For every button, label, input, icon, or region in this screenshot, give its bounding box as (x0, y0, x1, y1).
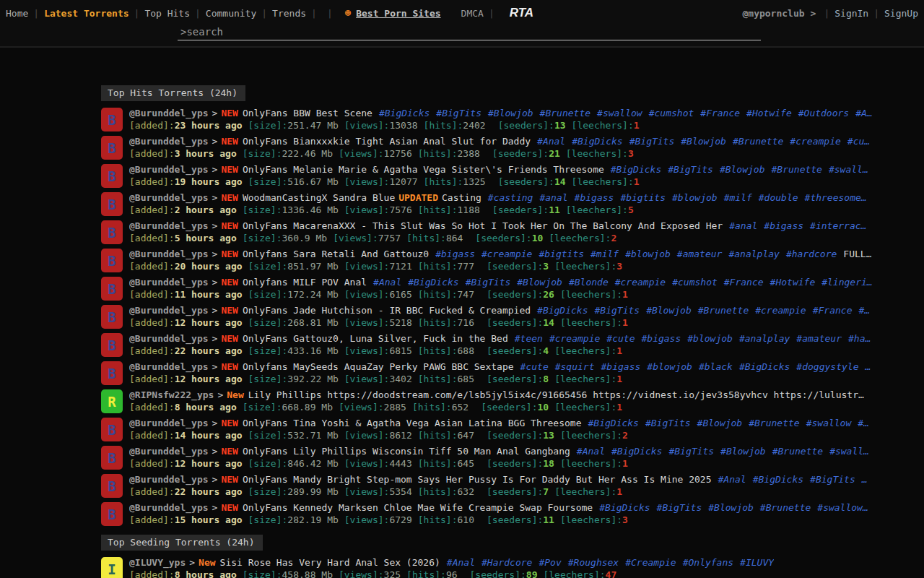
uploader-name[interactable]: @Burunddel_yps (129, 502, 209, 513)
tag-link[interactable]: #Anal (373, 277, 401, 288)
torrent-title[interactable]: OnlyFans MacarenaXXX - This Slut Was So … (243, 220, 723, 231)
uploader-avatar[interactable]: I (101, 557, 123, 578)
tag-link[interactable]: #creampie (549, 333, 600, 344)
torrent-title[interactable]: Lily Phillips https://doodstream.com/e/l… (248, 389, 864, 400)
tag-link[interactable]: #Blowjob (681, 136, 726, 147)
tag-link[interactable]: #amateur (677, 249, 723, 259)
tag-link[interactable]: #swall… (829, 446, 869, 457)
tag-link[interactable]: #squirt (555, 361, 595, 372)
tag-link[interactable]: #Roughsex (568, 557, 619, 568)
tag-link[interactable]: #blowjob (687, 333, 733, 344)
tag-link[interactable]: #BigTits (668, 446, 714, 457)
tag-link[interactable]: #BigDicks (588, 418, 639, 428)
tag-link[interactable]: #swallow (806, 418, 852, 428)
tag-link[interactable]: #interrac… (810, 220, 866, 231)
torrent-title[interactable]: WoodmanCastingX Sandra Blue (243, 192, 395, 203)
signup-link[interactable]: SignUp (884, 8, 918, 19)
tag-link[interactable]: #Creampie (625, 557, 676, 568)
tag-link[interactable]: #creampie (481, 249, 532, 259)
tag-link[interactable]: #creampie (615, 277, 666, 288)
tag-link[interactable]: #analplay (739, 333, 790, 344)
tag-link[interactable]: #Blowjob (720, 446, 766, 457)
tag-link[interactable]: #France (813, 305, 853, 316)
tag-link[interactable]: #… (858, 418, 869, 428)
tag-link[interactable]: #Blowjob (488, 108, 533, 118)
uploader-name[interactable]: @Burunddel_yps (129, 220, 209, 231)
tag-link[interactable]: #Hotwife (746, 108, 792, 118)
uploader-avatar[interactable]: B (101, 249, 123, 272)
uploader-name[interactable]: @Burunddel_yps (129, 249, 209, 259)
tag-link[interactable]: #Pov (539, 557, 561, 568)
torrent-title[interactable]: OnlyFans BBW Best Scene (243, 108, 372, 118)
uploader-name[interactable]: @ILUVY_yps (129, 557, 186, 568)
tag-link[interactable]: #Blowjob (697, 418, 743, 428)
torrent-title[interactable]: OnlyFans Kennedy Marksen Chloe Mae Wife … (243, 502, 593, 513)
tag-link[interactable]: #creampie (790, 136, 840, 147)
uploader-avatar[interactable]: B (101, 333, 123, 357)
tag-link[interactable]: #Blowjob (708, 502, 754, 513)
torrent-title[interactable]: OnlyFans Tina Yoshi & Agatha Vega Asian … (243, 418, 582, 428)
tag-link[interactable]: #Brunette (760, 502, 811, 513)
tag-link[interactable]: #blowjob (625, 249, 671, 259)
tag-link[interactable]: #hardcore (786, 249, 837, 259)
tag-link[interactable]: #Hotwife (770, 277, 816, 288)
tag-link[interactable]: #analplay (728, 249, 779, 259)
tag-link[interactable]: #Anal (447, 557, 475, 568)
tag-link[interactable]: #BigTits (645, 418, 691, 428)
tag-link[interactable]: #cumshot (672, 277, 718, 288)
uploader-avatar[interactable]: B (101, 361, 123, 385)
uploader-name[interactable]: @Burunddel_yps (129, 446, 209, 457)
tag-link[interactable]: #BigDicks (599, 502, 650, 513)
tag-link[interactable]: #casting (488, 192, 533, 203)
uploader-avatar[interactable]: B (101, 474, 123, 498)
tag-link[interactable]: #double (759, 192, 798, 203)
tag-link[interactable]: #Blowjob (720, 164, 765, 175)
tag-link[interactable]: #cumshot (649, 108, 694, 118)
tag-link[interactable]: #Brunette (749, 418, 799, 428)
uploader-avatar[interactable]: B (101, 502, 123, 526)
torrent-title[interactable]: OnlyFans Gattouz0, Luna Silver, Fuck in … (243, 333, 508, 344)
tag-link[interactable]: #… (858, 305, 870, 316)
tag-link[interactable]: #Hardcore (481, 557, 532, 568)
tag-link[interactable]: #bigtits (620, 192, 666, 203)
tag-link[interactable]: #Brunette (540, 108, 590, 118)
tag-link[interactable]: #BigTits (466, 277, 511, 288)
tag-link[interactable]: #bigass (435, 249, 475, 259)
torrent-title[interactable]: OnlyFans Melanie Marie & Agatha Vega Sis… (243, 164, 604, 175)
torrent-title[interactable]: Onlyfans MILF POV Anal (243, 277, 367, 288)
tag-link[interactable]: #milf (724, 192, 752, 203)
uploader-avatar[interactable]: B (101, 108, 123, 131)
uploader-name[interactable]: @Burunddel_yps (129, 333, 209, 344)
tag-link[interactable]: #Blowjob (646, 305, 692, 316)
tag-link[interactable]: #lingeri… (821, 277, 872, 288)
uploader-avatar[interactable]: B (101, 305, 123, 329)
uploader-name[interactable]: @Burunddel_yps (129, 418, 209, 428)
tag-link[interactable]: … (862, 474, 868, 485)
rta-logo[interactable]: RTA (510, 6, 533, 20)
tag-link[interactable]: #blowjob (672, 192, 718, 203)
uploader-avatar[interactable]: B (101, 136, 123, 160)
tag-link[interactable]: #BigDicks (739, 361, 790, 372)
torrent-title[interactable]: OnlyFans Lily Phillips Wisconsin Tiff 50… (243, 446, 570, 457)
tag-link[interactable]: #bigass (641, 333, 681, 344)
uploader-avatar[interactable]: B (101, 192, 123, 216)
tag-link[interactable]: #bigass (764, 220, 803, 231)
tag-link[interactable]: #BigTits (668, 164, 713, 175)
tag-link[interactable]: #Anal (718, 474, 746, 485)
tag-link[interactable]: #BigTits (436, 108, 481, 118)
torrent-title[interactable]: OnlyFans Bianxxxkie Tight Asian Anal Slu… (243, 136, 531, 147)
tag-link[interactable]: #swall… (829, 164, 868, 175)
uploader-name[interactable]: @Burunddel_yps (129, 136, 209, 147)
tag-link[interactable]: #France (724, 277, 764, 288)
tag-link[interactable]: #anal (539, 192, 567, 203)
tag-link[interactable]: #Anal (577, 446, 605, 457)
tag-link[interactable]: #BigTits (629, 136, 675, 147)
tag-link[interactable]: #anal (729, 220, 757, 231)
tag-link[interactable]: #black (699, 361, 733, 372)
uploader-avatar[interactable]: B (101, 220, 123, 244)
torrent-title[interactable]: Onlyfans Sara Retali And Gattouz0 (243, 249, 429, 259)
uploader-avatar[interactable]: B (101, 277, 123, 301)
tag-link[interactable]: #BigDicks (537, 305, 588, 316)
account-menu[interactable]: @mypornclub (742, 8, 804, 19)
tag-link[interactable]: #BigDicks (611, 446, 662, 457)
